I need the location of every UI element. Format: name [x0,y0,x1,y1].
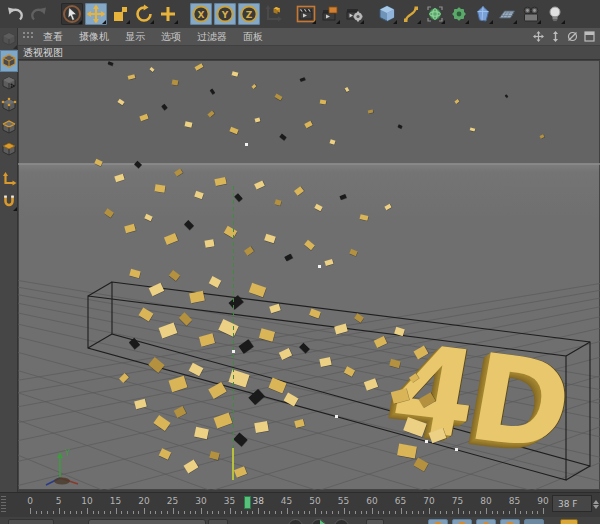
go-to-end-button[interactable] [334,519,349,524]
ruler-label: 15 [110,496,121,506]
ruler-tick [178,511,179,514]
frame-spinner[interactable] [593,496,599,512]
ruler-tick [395,511,396,514]
particle-dot [245,143,248,146]
viewport-title: 透视视图 [18,46,63,60]
add-generator-icon[interactable] [424,3,446,25]
ruler-label: 60 [366,496,377,506]
ruler-tick [389,511,390,514]
viewport-controls [532,30,600,43]
viewport-menu-item-1[interactable]: 摄像机 [71,30,117,44]
ruler-tick [486,508,487,514]
redo-icon[interactable] [28,3,50,25]
ruler-tick [412,511,413,514]
perspective-viewport[interactable]: 4D Y [18,60,600,490]
viewport-menu-item-2[interactable]: 显示 [117,30,153,44]
ruler-label: 85 [509,496,520,506]
last-tool-icon[interactable] [157,3,179,25]
lock-y-axis-icon[interactable]: Y [214,3,236,25]
ruler-tick [150,511,151,514]
add-camera-icon[interactable] [520,3,542,25]
ruler-tick [184,511,185,514]
ruler-tick [401,508,402,514]
record-scale-button[interactable] [452,519,472,524]
lock-z-axis-icon[interactable]: Z [238,3,260,25]
add-floor-icon[interactable] [496,3,518,25]
timeline-drag-handle[interactable] [1,496,6,514]
timeline-ruler[interactable]: 0510152025303545505560657075808590 38 38… [0,492,600,517]
world-axis-gizmo: Y [32,440,92,490]
add-deformer-icon[interactable] [448,3,470,25]
viewport-menu-item-5[interactable]: 面板 [235,30,271,44]
viewport-title-bar[interactable]: 透视视图 [18,46,600,60]
move-tool-icon[interactable] [85,3,107,25]
ruler-tick [372,508,373,514]
rotate-tool-icon[interactable] [133,3,155,25]
record-rotation-button[interactable] [476,519,496,524]
polygons-mode-icon[interactable] [0,138,18,160]
loop-button[interactable] [366,519,384,524]
record-position-button[interactable] [428,519,448,524]
ruler-label: 50 [309,496,320,506]
add-environment-icon[interactable] [472,3,494,25]
toggle-view-icon[interactable] [583,30,596,43]
points-mode-icon[interactable] [0,94,18,116]
ruler-tick [497,511,498,514]
emitter-axis-line [232,448,234,480]
ruler-tick [281,511,282,514]
add-cube-icon[interactable] [376,3,398,25]
ruler-tick [275,511,276,514]
snapping-icon[interactable] [0,190,18,212]
coordinate-system-icon[interactable] [262,3,284,25]
enable-axis-icon[interactable] [0,168,18,190]
rotate-view-icon[interactable] [566,30,579,43]
texture-mode-icon[interactable] [0,72,18,94]
mode-sidebar [0,28,18,492]
make-editable-icon[interactable] [0,28,18,50]
frame-number-field[interactable]: 38 F [552,495,592,512]
ruler-tick [423,511,424,514]
edges-mode-icon[interactable] [0,116,18,138]
viewport-menu-item-4[interactable]: 过滤器 [189,30,235,44]
ruler-label: 35 [224,496,235,506]
ruler-tick [292,511,293,514]
particle-dot [335,415,338,418]
record-pla-button[interactable] [524,519,544,524]
render-settings-icon[interactable] [343,3,365,25]
ruler-tick [480,511,481,514]
range-end-field[interactable] [208,519,228,524]
viewport-menu-item-0[interactable]: 查看 [35,30,71,44]
keyframe-button[interactable] [560,519,578,524]
ruler-label: 75 [452,496,463,506]
ruler-tick [173,508,174,514]
ruler-tick [81,511,82,514]
go-to-start-button[interactable] [288,519,303,524]
scale-tool-icon[interactable] [109,3,131,25]
ruler-label: 25 [167,496,178,506]
ruler-tick [264,511,265,514]
render-view-icon[interactable] [295,3,317,25]
range-slider[interactable] [88,519,206,524]
menu-drag-handle-icon[interactable] [21,31,35,43]
ruler-label: 90 [537,496,548,506]
fragment [172,80,179,86]
dolly-view-icon[interactable] [549,30,562,43]
undo-icon[interactable] [4,3,26,25]
ruler-label: 65 [395,496,406,506]
timeline-playhead[interactable] [244,496,251,509]
transport-row-clipped [0,517,600,524]
add-spline-icon[interactable] [400,3,422,25]
viewport-menu-item-3[interactable]: 选项 [153,30,189,44]
render-region-icon[interactable] [319,3,341,25]
add-light-icon[interactable] [544,3,566,25]
ruler-tick [326,511,327,514]
ruler-tick [269,511,270,514]
lock-x-axis-icon[interactable]: X [190,3,212,25]
ruler-tick [298,511,299,514]
model-mode-icon[interactable] [0,50,18,72]
range-start-field[interactable] [8,519,54,524]
record-parameter-button[interactable] [500,519,520,524]
live-selection-icon[interactable] [61,3,83,25]
pan-view-icon[interactable] [532,30,545,43]
ruler-tick [76,511,77,514]
